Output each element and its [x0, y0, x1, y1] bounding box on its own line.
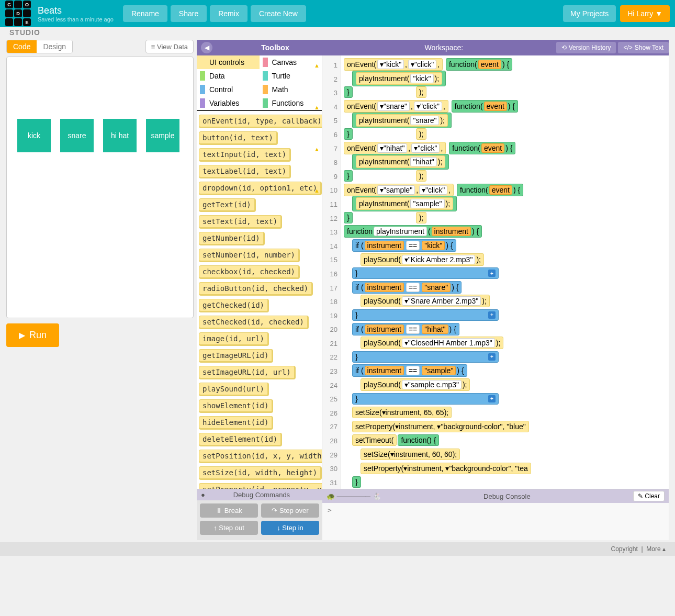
toolbox-block[interactable]: button(id, text) — [199, 131, 278, 145]
category-turtle[interactable]: Turtle — [260, 69, 322, 83]
category-control[interactable]: Control — [197, 83, 260, 96]
step-out-button[interactable]: ↑ Step out — [200, 521, 258, 535]
workspace-label: Workspace: — [334, 43, 554, 52]
debug-commands-header: ● Debug Commands — [197, 489, 322, 500]
code-tab[interactable]: Code — [7, 40, 37, 53]
toolbox-block[interactable]: setProperty(id, property, va — [199, 483, 322, 489]
workspace[interactable]: onEvent(▾"kick", ▾"click", function(even… — [341, 55, 669, 489]
footer: Copyright | More ▴ — [0, 542, 675, 556]
run-button[interactable]: Run — [6, 323, 59, 347]
instrument-sample[interactable]: sample — [146, 119, 179, 152]
toolbox-block[interactable]: image(id, url) — [199, 332, 269, 346]
toolbox-block[interactable]: checkbox(id, checked) — [199, 265, 300, 279]
debug-console-header: 🐢 ─────── 🐇 Debug Console ✎ Clear — [322, 489, 669, 503]
back-icon[interactable]: ◀ — [201, 42, 212, 53]
instrument-snare[interactable]: snare — [60, 119, 94, 152]
toolbox-block[interactable]: getChecked(id) — [199, 299, 269, 312]
create-new-button[interactable]: Create New — [251, 5, 306, 22]
category-functions[interactable]: Functions — [260, 96, 322, 110]
more-link[interactable]: More ▴ — [646, 545, 666, 553]
toolbox-block[interactable]: hideElement(id) — [199, 416, 273, 430]
toolbox-block[interactable]: onEvent(id, type, callback) — [199, 115, 322, 128]
toolbox-block[interactable]: setImageURL(id, url) — [199, 366, 296, 379]
app-canvas: kicksnarehi hatsample — [6, 57, 194, 318]
toolbox-block[interactable]: setSize(id, width, height) — [199, 466, 322, 480]
category-data[interactable]: Data — [197, 69, 260, 83]
share-button[interactable]: Share — [171, 5, 207, 22]
toolbox-block[interactable]: radioButton(id, checked) — [199, 282, 313, 296]
toolbox-block[interactable]: playSound(url) — [199, 383, 269, 396]
toolbox-block[interactable]: setText(id, text) — [199, 215, 282, 229]
toolbox-block[interactable]: getImageURL(id) — [199, 349, 273, 363]
toolbox-block[interactable]: textLabel(id, text) — [199, 165, 291, 178]
category-ui-controls[interactable]: UI controls — [197, 55, 260, 69]
toolbox-block[interactable]: textInput(id, text) — [199, 148, 291, 162]
toolbox-block[interactable]: setNumber(id, number) — [199, 249, 300, 262]
instrument-hi-hat[interactable]: hi hat — [103, 119, 137, 152]
step-in-button[interactable]: ↓ Step in — [261, 521, 319, 535]
step-over-button[interactable]: ↷ Step over — [261, 503, 319, 518]
rename-button[interactable]: Rename — [123, 5, 167, 22]
category-canvas[interactable]: Canvas — [260, 55, 322, 69]
project-title: Beats — [38, 5, 114, 16]
my-projects-button[interactable]: My Projects — [563, 5, 616, 22]
line-gutter: 1234567891011121314151617181920212223242… — [322, 55, 341, 489]
remix-button[interactable]: Remix — [210, 5, 248, 22]
toolbox-block[interactable]: setPosition(id, x, y, width, — [199, 450, 322, 463]
toolbox-block[interactable]: getNumber(id) — [199, 232, 265, 245]
toolbox-block[interactable]: setChecked(id, checked) — [199, 316, 309, 329]
toolbox-block[interactable]: deleteElement(id) — [199, 433, 282, 446]
show-text-button[interactable]: </> Show Text — [618, 42, 669, 53]
logo[interactable]: CODE — [5, 1, 31, 27]
toolbox-block[interactable]: showElement(id) — [199, 399, 273, 413]
top-bar: CODE Beats Saved less than a minute ago … — [0, 0, 675, 27]
console-prompt[interactable]: > — [322, 503, 669, 517]
toolbox-label: Toolbox — [217, 43, 334, 52]
version-history-button[interactable]: ⟲ Version History — [556, 42, 616, 53]
design-tab[interactable]: Design — [37, 40, 72, 53]
category-math[interactable]: Math — [260, 83, 322, 96]
toolbox: UI controlsCanvasDataTurtleControlMathVa… — [197, 55, 322, 489]
save-status: Saved less than a minute ago — [38, 16, 114, 23]
toolbox-block[interactable]: dropdown(id, option1, etc) — [199, 182, 322, 195]
view-data-button[interactable]: ≡ View Data — [145, 40, 194, 53]
copyright-link[interactable]: Copyright — [611, 545, 638, 553]
clear-button[interactable]: ✎ Clear — [633, 491, 665, 501]
break-button[interactable]: ⏸ Break — [200, 503, 258, 518]
toolbox-block[interactable]: getText(id) — [199, 198, 256, 212]
category-variables[interactable]: Variables — [197, 96, 260, 110]
studio-label: STUDIO — [9, 28, 675, 37]
editor-header: ◀ Toolbox Workspace: ⟲ Version History <… — [197, 40, 669, 55]
user-menu[interactable]: Hi Larry ▼ — [620, 5, 670, 22]
instrument-kick[interactable]: kick — [17, 119, 51, 152]
